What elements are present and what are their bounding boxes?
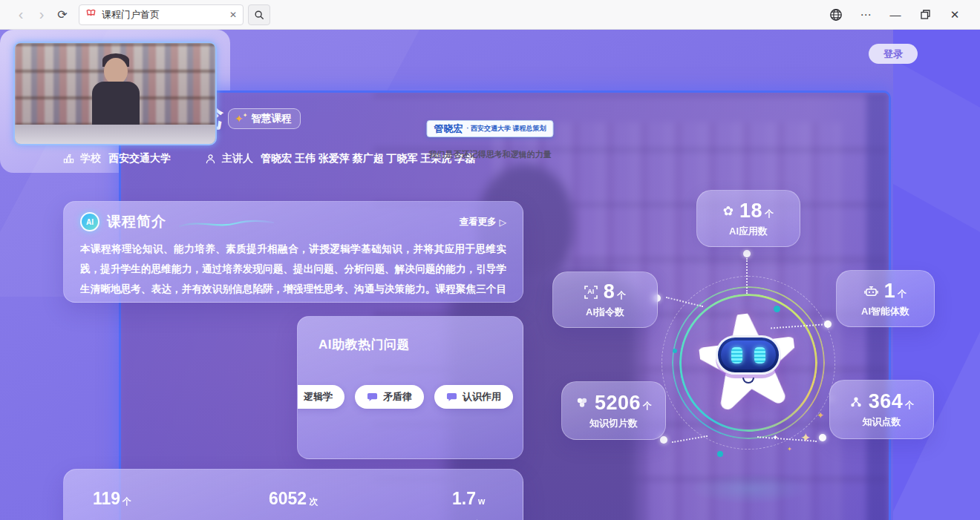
stat-label: AI智能体数 xyxy=(861,305,909,318)
view-more-link[interactable]: 查看更多 ▷ xyxy=(459,216,506,228)
speaker-description: · 西安交通大学 课程总策划 xyxy=(467,124,546,134)
stat-course-visits: 1.7w 课程访问量 xyxy=(452,489,500,520)
connector-line xyxy=(746,258,748,294)
stat-label: 知识点数 xyxy=(863,415,901,429)
robot-icon xyxy=(864,284,878,298)
teal-dot-decoration xyxy=(717,451,723,457)
sparkle-icon: ✦ xyxy=(243,112,248,119)
teal-dot-decoration xyxy=(673,349,677,353)
globe-button[interactable] xyxy=(821,4,851,26)
stat-card-ai-apps: ✿ 18 个 AI应用数 xyxy=(696,190,800,247)
stat-label: 知识切片数 xyxy=(589,417,638,430)
robot-eye xyxy=(754,347,765,363)
stat-unit: 个 xyxy=(765,208,774,220)
stat-value: 6052 xyxy=(269,489,307,508)
stat-course-activities: 6052次 课程活动数 xyxy=(269,489,318,520)
stat-label: AI应用数 xyxy=(729,225,768,238)
stat-unit: 次 xyxy=(309,496,318,507)
question-tag[interactable]: 认识作用 xyxy=(434,385,513,409)
login-button[interactable]: 登录 xyxy=(869,44,918,64)
question-tag-label: 矛盾律 xyxy=(383,390,412,404)
ai-hot-questions-title: AI助教热门问题 xyxy=(318,336,410,353)
tab-close-icon[interactable]: ✕ xyxy=(229,10,237,20)
stat-card-knowledge-points: 364 个 知识点数 xyxy=(829,380,934,439)
globe-icon xyxy=(829,8,843,22)
question-tag-label: 逻辑学 xyxy=(304,390,333,404)
browser-toolbar: ‹ › ⟳ 课程门户首页 ✕ ⋯ xyxy=(0,0,980,30)
stat-value: 5206 xyxy=(595,392,641,415)
speaker-figure xyxy=(104,58,128,85)
stat-unit: w xyxy=(478,496,485,507)
search-icon xyxy=(254,10,264,20)
speaker-video-thumbnail xyxy=(13,42,217,145)
restore-icon xyxy=(921,10,930,19)
connector-dot xyxy=(819,434,826,441)
robot-eye xyxy=(731,347,742,363)
speaker-name-plate: 管晓宏 · 西安交通大学 课程总策划 xyxy=(427,120,554,137)
ai-hot-questions-card: AI助教热门问题 逻辑学 矛盾律 xyxy=(297,316,523,459)
stat-unit: 个 xyxy=(617,289,626,302)
smart-course-badge: ✦✦ 智慧课程 xyxy=(228,108,301,129)
window-controls: ⋯ — ✕ xyxy=(821,4,970,26)
stat-unit: 个 xyxy=(905,399,914,412)
browser-back-button[interactable]: ‹ xyxy=(10,4,31,25)
ai-circle-icon: AI xyxy=(80,212,99,231)
stat-unit: 个 xyxy=(122,496,131,507)
site-book-icon xyxy=(85,9,97,20)
question-tag[interactable]: 矛盾律 xyxy=(355,385,424,409)
course-intro-card: AI 课程简介 查看更多 ▷ 本课程将理论知识、能力培养、素质提升相融合，讲授逻… xyxy=(63,201,523,303)
course-stats-card: 119个 课程资源数 6052次 课程活动数 1.7w 课程访问量 xyxy=(63,469,523,520)
connector-dot xyxy=(824,320,832,328)
chat-bubble-icon xyxy=(367,392,378,403)
molecule-icon xyxy=(575,396,589,409)
course-intro-title: 课程简介 xyxy=(107,212,166,231)
course-portal-page: 泛雅 登录 逻辑学概论 ✦✦ 智慧课程 学校 西安交通大学 主讲人 管晓宏 王伟… xyxy=(0,30,980,520)
question-tag-list: 逻辑学 矛盾律 认识作用 xyxy=(298,385,513,409)
stat-value: 364 xyxy=(869,390,904,413)
video-subtitle: 我们是否还记得思考和逻辑的力量 xyxy=(0,149,980,160)
network-icon xyxy=(849,395,863,409)
stat-value: 8 xyxy=(604,280,615,303)
chat-bubble-icon xyxy=(297,392,298,403)
browser-refresh-button[interactable]: ⟳ xyxy=(52,4,73,25)
browser-forward-button[interactable]: › xyxy=(31,4,52,25)
sparkle-icon: ✦ xyxy=(787,447,792,452)
ai-command-icon: AI xyxy=(584,286,598,299)
floor-reflection xyxy=(689,473,811,504)
smart-course-badge-label: 智慧课程 xyxy=(251,112,291,125)
tab-title: 课程门户首页 xyxy=(102,8,224,22)
question-tag-label: 认识作用 xyxy=(463,390,501,404)
stat-value: 119 xyxy=(93,489,120,508)
sparkle-icon: ✦ xyxy=(817,411,824,420)
view-more-label: 查看更多 xyxy=(459,216,496,228)
stat-unit: 个 xyxy=(643,400,652,412)
robot-visor xyxy=(716,335,781,375)
browser-menu-button[interactable]: ⋯ xyxy=(851,4,881,26)
wave-decoration-icon xyxy=(178,217,275,230)
browser-search-button[interactable] xyxy=(248,4,270,25)
connector-dot xyxy=(743,250,751,257)
speaker-video-card[interactable]: 管晓宏 · 西安交通大学 课程总策划 我们是否还记得思考和逻辑的力量 xyxy=(0,30,230,173)
stat-card-ai-agents: 1 个 AI智能体数 xyxy=(836,270,935,327)
minimize-button[interactable]: — xyxy=(881,4,910,26)
connector-dot xyxy=(660,436,667,444)
teal-dot-decoration xyxy=(774,306,780,312)
sparkle-icon: ✦ xyxy=(800,432,811,444)
stat-value: 18 xyxy=(739,200,762,223)
stat-value: 1 xyxy=(884,280,896,303)
restore-button[interactable] xyxy=(910,4,940,26)
course-intro-text: 本课程将理论知识、能力培养、素质提升相融合，讲授逻辑学基础知识，并将其应用于思维… xyxy=(80,239,506,299)
speaker-name: 管晓宏 xyxy=(434,122,463,136)
flower-icon: ✿ xyxy=(723,203,734,219)
question-tag[interactable]: 逻辑学 xyxy=(297,385,344,409)
chat-bubble-icon xyxy=(446,392,457,403)
address-bar[interactable]: 课程门户首页 ✕ xyxy=(79,4,244,25)
app-window: ‹ › ⟳ 课程门户首页 ✕ ⋯ xyxy=(0,0,980,520)
stat-unit: 个 xyxy=(898,288,906,300)
close-button[interactable]: ✕ xyxy=(940,4,970,26)
stat-card-ai-commands: AI 8 个 AI指令数 xyxy=(552,271,658,328)
stat-label: AI指令数 xyxy=(586,306,624,319)
arrow-right-icon: ▷ xyxy=(499,217,506,228)
stat-value: 1.7 xyxy=(452,489,476,508)
stat-card-knowledge-slices: 5206 个 知识切片数 xyxy=(561,381,666,440)
